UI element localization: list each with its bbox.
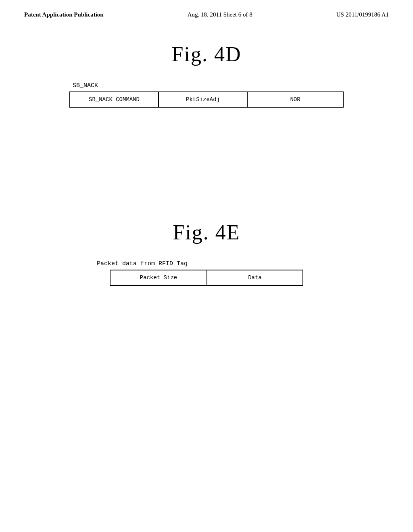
fig-4d-diagram: SB_NACK SB_NACK COMMAND PktSizeAdj NOR xyxy=(24,82,389,108)
header-publication-label: Patent Application Publication xyxy=(24,11,104,18)
fig-4e-table: Packet Size Data xyxy=(110,270,303,286)
page: Patent Application Publication Aug. 18, … xyxy=(0,0,413,532)
header-date-sheet: Aug. 18, 2011 Sheet 6 of 8 xyxy=(188,11,252,18)
content-area: Fig. 4D SB_NACK SB_NACK COMMAND PktSizeA… xyxy=(0,42,413,286)
fig-4d-label: SB_NACK xyxy=(73,82,98,89)
header-patent-number: US 2011/0199186 A1 xyxy=(336,11,389,18)
header: Patent Application Publication Aug. 18, … xyxy=(0,0,413,18)
fig-4d-section: Fig. 4D SB_NACK SB_NACK COMMAND PktSizeA… xyxy=(24,42,389,108)
fig-4d-cell-pktsizeadj: PktSizeAdj xyxy=(159,92,248,107)
fig-4d-table: SB_NACK COMMAND PktSizeAdj NOR xyxy=(69,91,344,108)
fig-4e-diagram: Packet data from RFID Tag Packet Size Da… xyxy=(24,260,389,286)
fig-4d-title: Fig. 4D xyxy=(172,42,242,66)
fig-4e-cell-packetsize: Packet Size xyxy=(111,270,207,285)
fig-4d-cell-nor: NOR xyxy=(248,92,343,107)
fig-4e-title: Fig. 4E xyxy=(173,220,240,244)
fig-4e-cell-data: Data xyxy=(207,270,302,285)
fig-4e-label: Packet data from RFID Tag xyxy=(97,260,188,267)
fig-4e-section: Fig. 4E Packet data from RFID Tag Packet… xyxy=(24,220,389,286)
fig-4d-cell-command: SB_NACK COMMAND xyxy=(70,92,159,107)
